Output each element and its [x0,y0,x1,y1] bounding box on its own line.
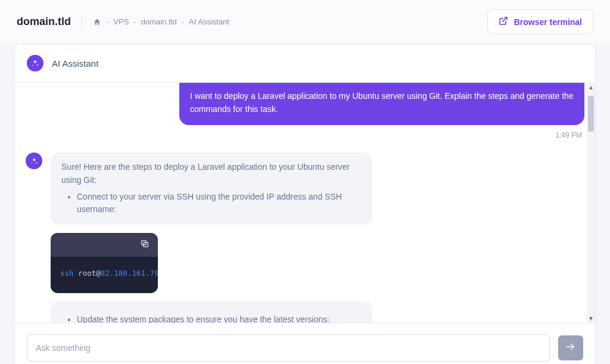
panel-title: AI Assistant [52,58,98,69]
assistant-row: Sure! Here are the steps to deploy a Lar… [26,153,584,323]
user-message-time: 1:49 PM [26,131,584,139]
assistant-avatar-sparkle-icon [26,153,42,169]
copy-icon[interactable] [140,239,150,251]
code-block-body: ssh root@82.180.161.79 [51,257,158,293]
assistant-bubble-step2: Update the system packages to ensure you… [51,301,372,323]
assistant-step-2: Update the system packages to ensure you… [77,313,362,323]
user-message-bubble: I want to deploy a Laravel application t… [179,83,584,125]
scroll-up-arrow-icon[interactable]: ▲ [588,83,594,92]
scroll-down-arrow-icon[interactable]: ▼ [588,314,594,323]
assistant-intro-text: Sure! Here are the steps to deploy a Lar… [61,161,362,186]
domain-title: domain.tld [17,15,71,28]
panel-header: AI Assistant [15,44,595,83]
ai-assistant-panel: AI Assistant I want to deploy a Laravel … [14,43,596,364]
send-button[interactable] [558,335,583,360]
chat-area: I want to deploy a Laravel application t… [15,83,595,323]
code-token-user: root@ [74,269,101,278]
code-block-header [51,233,158,257]
code-token-ip: 82.180.161.79 [101,269,158,278]
vertical-divider [82,15,82,29]
browser-terminal-label: Browser terminal [514,17,582,27]
user-message-row: I want to deploy a Laravel application t… [26,83,584,125]
external-link-icon [499,16,508,27]
breadcrumb-vps[interactable]: VPS [113,17,129,26]
top-bar-left: domain.tld - VPS - domain.tld - AI Assis… [17,15,229,29]
sparkle-icon [27,55,43,71]
scrollbar-thumb[interactable] [588,96,594,132]
assistant-bubble-intro: Sure! Here are the steps to deploy a Lar… [51,153,372,225]
breadcrumb-ai[interactable]: AI Assistant [189,17,229,26]
assistant-step-1: Connect to your server via SSH using the… [77,191,362,216]
composer [15,323,595,364]
code-token-ssh: ssh [60,269,74,278]
top-bar: domain.tld - VPS - domain.tld - AI Assis… [0,0,610,43]
breadcrumb-sep: - [133,17,136,26]
chat-scroll[interactable]: I want to deploy a Laravel application t… [15,83,595,323]
send-icon [565,341,576,354]
code-block: ssh root@82.180.161.79 [51,233,158,293]
breadcrumb-domain[interactable]: domain.tld [141,17,177,26]
breadcrumb-sep: - [106,17,108,26]
assistant-column: Sure! Here are the steps to deploy a Lar… [51,153,372,323]
composer-input[interactable] [27,334,550,362]
svg-line-0 [502,17,506,21]
home-icon[interactable] [93,18,101,26]
scrollbar[interactable]: ▲ ▼ [587,83,595,323]
browser-terminal-button[interactable]: Browser terminal [487,10,593,34]
breadcrumb: - VPS - domain.tld - AI Assistant [93,17,229,26]
breadcrumb-sep: - [182,17,184,26]
